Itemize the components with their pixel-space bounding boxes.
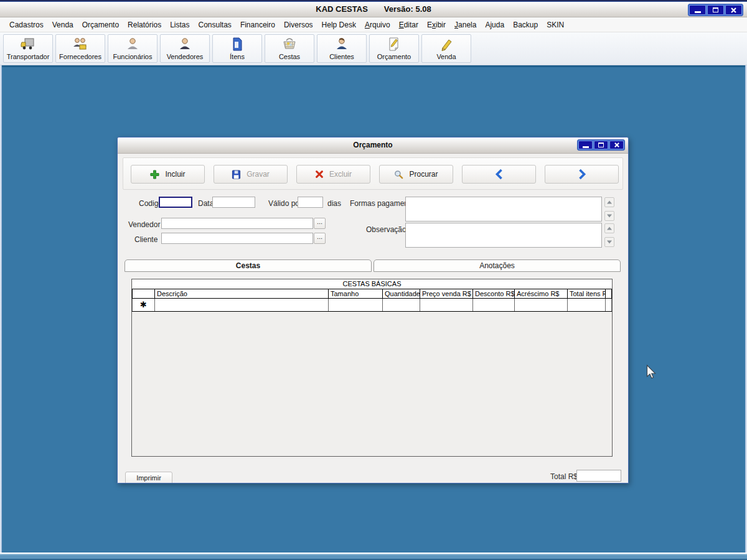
close-icon [614, 142, 620, 148]
toolbar-transportador-button[interactable]: Transportador [3, 34, 53, 63]
cell-acrescimo[interactable] [515, 298, 568, 311]
chevron-right-icon [578, 169, 586, 180]
vendedor-browse-button[interactable]: ... [314, 218, 326, 229]
incluir-button[interactable]: Incluir [131, 165, 205, 184]
salespeople-icon [177, 36, 193, 52]
previous-record-button[interactable] [462, 165, 536, 184]
observacao-label: Observação [366, 225, 406, 234]
procurar-button[interactable]: Procurar [379, 165, 453, 184]
data-input[interactable] [212, 197, 255, 208]
observacao-scroll-up-button[interactable] [604, 223, 614, 233]
cell-preco-venda[interactable] [420, 298, 473, 311]
orcamento-titlebar[interactable]: Orçamento [118, 138, 628, 154]
menu-exibir[interactable]: Exibir [423, 19, 450, 31]
minimize-icon [695, 11, 701, 13]
dias-label: dias [327, 199, 341, 208]
main-close-button[interactable] [725, 5, 742, 15]
next-record-button[interactable] [545, 165, 619, 184]
mouse-cursor [646, 365, 657, 383]
chevron-left-icon [495, 169, 504, 180]
cell-total-itens[interactable] [568, 298, 606, 311]
search-icon [394, 170, 403, 179]
cell-descricao[interactable] [155, 298, 329, 311]
minimize-icon [583, 146, 589, 148]
observacao-scroll-down-button[interactable] [604, 237, 614, 247]
cell-filler [606, 298, 612, 311]
menu-backup[interactable]: Backup [509, 19, 542, 31]
arrow-down-icon [606, 213, 613, 218]
valido-por-input[interactable] [298, 197, 323, 208]
orcamento-minimize-button[interactable] [578, 141, 593, 149]
menu-arquivo[interactable]: Arquivo [360, 19, 395, 31]
orcamento-close-button[interactable] [609, 141, 624, 149]
app-version: Versão: 5.08 [384, 4, 431, 14]
menu-cadastros[interactable]: Cadastros [5, 19, 48, 31]
application-window: KAD CESTASVersão: 5.08 Cadastros Venda O… [0, 0, 747, 560]
menu-ajuda[interactable]: Ajuda [481, 19, 509, 31]
menu-financeiro[interactable]: Financeiro [236, 19, 280, 31]
menu-diversos[interactable]: Diversos [280, 19, 317, 31]
save-icon [232, 170, 241, 179]
observacao-input[interactable] [405, 223, 602, 248]
menu-venda[interactable]: Venda [48, 19, 78, 31]
plus-icon [150, 170, 159, 179]
grid-header-descricao: Descrição [155, 289, 329, 298]
cliente-browse-button[interactable]: ... [314, 233, 326, 244]
grid-header-row: Descrição Tamanho Quantidade Preço venda… [133, 289, 612, 298]
tab-cestas[interactable]: Cestas [125, 259, 372, 272]
toolbar-orcamento-button[interactable]: Orçamento [369, 34, 419, 63]
menu-orcamento[interactable]: Orçamento [78, 19, 123, 31]
cell-desconto[interactable] [473, 298, 515, 311]
maximize-icon [598, 142, 604, 147]
cell-tamanho[interactable] [329, 298, 383, 311]
sale-icon [438, 36, 454, 52]
toolbar-cestas-button[interactable]: Cestas [265, 34, 314, 63]
main-titlebar[interactable]: KAD CESTASVersão: 5.08 [0, 2, 747, 17]
codigo-input[interactable] [159, 197, 192, 208]
formas-pagamento-input[interactable] [405, 197, 602, 222]
menu-relatorios[interactable]: Relatórios [123, 19, 166, 31]
total-input[interactable] [576, 470, 621, 482]
cell-quantidade[interactable] [383, 298, 420, 311]
tab-anotacoes[interactable]: Anotações [374, 259, 621, 272]
grid-header-filler [606, 289, 612, 298]
basket-icon [281, 36, 298, 52]
formas-scroll-up-button[interactable] [604, 197, 614, 207]
main-minimize-button[interactable] [689, 5, 706, 15]
toolbar-vendedores-button[interactable]: Vendedores [160, 34, 210, 63]
excluir-button[interactable]: Excluir [296, 165, 370, 184]
toolbar-fornecedores-button[interactable]: Fornecedores [55, 34, 105, 63]
grid-header-indicator [133, 289, 155, 298]
gravar-button[interactable]: Gravar [214, 165, 288, 184]
cliente-input[interactable] [161, 233, 313, 244]
menu-listas[interactable]: Listas [166, 19, 194, 31]
toolbar-funcionarios-button[interactable]: Funcionários [108, 34, 157, 63]
grid-insert-row[interactable]: ✱ [133, 298, 612, 311]
vendedor-input[interactable] [161, 218, 313, 229]
main-maximize-button[interactable] [707, 5, 724, 15]
arrow-up-icon [606, 226, 613, 231]
orcamento-window-controls [577, 139, 625, 151]
app-title: KAD CESTAS [316, 4, 368, 14]
employees-icon [125, 36, 141, 52]
menu-skin[interactable]: SKIN [542, 19, 568, 31]
menu-consultas[interactable]: Consultas [194, 19, 236, 31]
orcamento-maximize-button[interactable] [594, 141, 608, 149]
dialog-action-panel: Incluir Gravar Excluir Procurar [123, 157, 623, 190]
formas-scroll-down-button[interactable] [604, 211, 614, 221]
clients-icon [334, 36, 350, 52]
toolbar-venda-button[interactable]: Venda [421, 34, 471, 63]
menu-editar[interactable]: Editar [395, 19, 423, 31]
cestas-grid[interactable]: CESTAS BÁSICAS Descrição Tamanho Quantid… [131, 279, 613, 457]
imprimir-button[interactable]: Imprimir [125, 472, 172, 483]
data-label: Data [198, 199, 214, 208]
main-toolbar: Transportador Fornecedores Funcionários … [0, 32, 747, 65]
menu-helpdesk[interactable]: Help Desk [317, 19, 360, 31]
vendedor-label: Vendedor [128, 220, 160, 229]
delete-x-icon [315, 170, 324, 179]
toolbar-itens-button[interactable]: Ítens [212, 34, 262, 63]
menu-janela[interactable]: Janela [450, 19, 481, 31]
main-window-controls [688, 4, 743, 16]
total-label: Total R$ [550, 472, 578, 481]
toolbar-clientes-button[interactable]: Clientes [317, 34, 367, 63]
